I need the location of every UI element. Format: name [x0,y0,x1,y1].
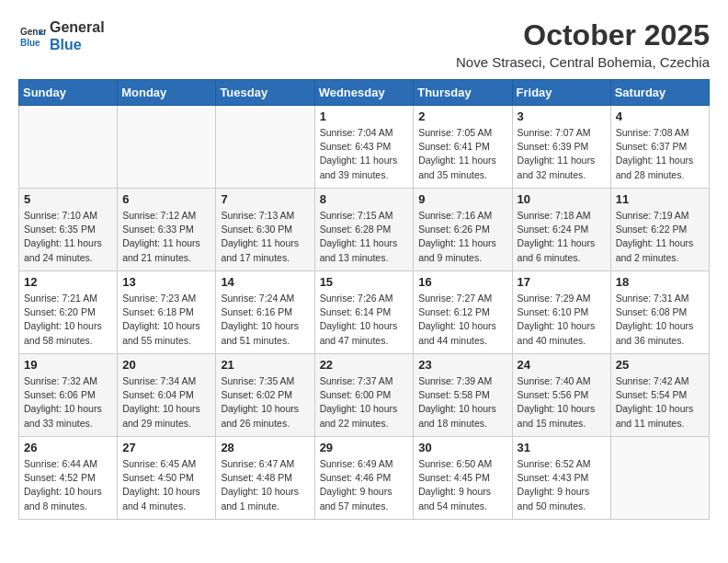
calendar-cell [118,106,216,189]
day-number: 25 [616,358,704,372]
day-info: Sunrise: 7:24 AM Sunset: 6:16 PM Dayligh… [221,292,309,348]
calendar-cell: 23Sunrise: 7:39 AM Sunset: 5:58 PM Dayli… [414,354,512,437]
day-header-sunday: Sunday [19,80,118,106]
calendar-cell: 5Sunrise: 7:10 AM Sunset: 6:35 PM Daylig… [19,189,118,271]
day-info: Sunrise: 7:27 AM Sunset: 6:12 PM Dayligh… [418,292,506,348]
day-info: Sunrise: 7:05 AM Sunset: 6:41 PM Dayligh… [418,126,506,182]
day-number: 10 [518,192,606,206]
day-info: Sunrise: 7:26 AM Sunset: 6:14 PM Dayligh… [320,292,409,348]
day-number: 15 [320,275,409,289]
calendar-cell: 3Sunrise: 7:07 AM Sunset: 6:39 PM Daylig… [512,106,610,189]
svg-text:Blue: Blue [20,38,40,48]
day-info: Sunrise: 7:29 AM Sunset: 6:10 PM Dayligh… [518,292,606,348]
day-number: 18 [616,275,704,289]
calendar-cell: 9Sunrise: 7:16 AM Sunset: 6:26 PM Daylig… [414,189,512,271]
day-header-friday: Friday [512,80,610,106]
day-number: 7 [221,192,309,206]
calendar-cell: 17Sunrise: 7:29 AM Sunset: 6:10 PM Dayli… [512,271,610,354]
calendar-cell: 19Sunrise: 7:32 AM Sunset: 6:06 PM Dayli… [19,354,118,437]
calendar-body: 1Sunrise: 7:04 AM Sunset: 6:43 PM Daylig… [19,106,710,520]
day-info: Sunrise: 7:15 AM Sunset: 6:28 PM Dayligh… [320,209,409,265]
calendar-cell [610,437,709,520]
logo-line1: General [50,18,105,36]
calendar-cell: 22Sunrise: 7:37 AM Sunset: 6:00 PM Dayli… [314,354,414,437]
calendar-cell: 12Sunrise: 7:21 AM Sunset: 6:20 PM Dayli… [19,271,118,354]
day-info: Sunrise: 7:32 AM Sunset: 6:06 PM Dayligh… [24,374,112,431]
day-info: Sunrise: 7:31 AM Sunset: 6:08 PM Dayligh… [616,292,704,348]
day-info: Sunrise: 6:52 AM Sunset: 4:43 PM Dayligh… [518,457,606,513]
day-info: Sunrise: 7:37 AM Sunset: 6:00 PM Dayligh… [320,374,409,431]
day-info: Sunrise: 7:13 AM Sunset: 6:30 PM Dayligh… [221,209,309,265]
calendar-table: SundayMondayTuesdayWednesdayThursdayFrid… [18,79,710,520]
week-row-4: 19Sunrise: 7:32 AM Sunset: 6:06 PM Dayli… [19,354,710,437]
day-header-saturday: Saturday [610,80,709,106]
day-number: 30 [418,441,506,454]
calendar-cell: 10Sunrise: 7:18 AM Sunset: 6:24 PM Dayli… [512,189,610,271]
week-row-1: 1Sunrise: 7:04 AM Sunset: 6:43 PM Daylig… [19,106,710,189]
week-row-3: 12Sunrise: 7:21 AM Sunset: 6:20 PM Dayli… [19,271,710,354]
calendar-cell: 31Sunrise: 6:52 AM Sunset: 4:43 PM Dayli… [512,437,610,520]
day-number: 11 [616,192,704,206]
day-info: Sunrise: 6:44 AM Sunset: 4:52 PM Dayligh… [24,457,112,513]
calendar-cell: 2Sunrise: 7:05 AM Sunset: 6:41 PM Daylig… [414,106,512,189]
day-number: 28 [221,441,309,454]
calendar-cell: 18Sunrise: 7:31 AM Sunset: 6:08 PM Dayli… [610,271,709,354]
day-info: Sunrise: 7:07 AM Sunset: 6:39 PM Dayligh… [518,126,606,182]
day-info: Sunrise: 7:34 AM Sunset: 6:04 PM Dayligh… [122,374,210,431]
day-info: Sunrise: 7:12 AM Sunset: 6:33 PM Dayligh… [122,209,210,265]
day-number: 24 [518,358,606,372]
calendar-cell: 16Sunrise: 7:27 AM Sunset: 6:12 PM Dayli… [414,271,512,354]
calendar-cell: 11Sunrise: 7:19 AM Sunset: 6:22 PM Dayli… [610,189,709,271]
calendar-cell [216,106,314,189]
title-block: October 2025 Nove Straseci, Central Bohe… [456,18,710,70]
calendar-cell [19,106,118,189]
day-number: 26 [24,441,112,454]
day-number: 20 [122,358,210,372]
day-info: Sunrise: 6:50 AM Sunset: 4:45 PM Dayligh… [418,457,506,513]
calendar-cell: 28Sunrise: 6:47 AM Sunset: 4:48 PM Dayli… [216,437,314,520]
calendar-cell: 4Sunrise: 7:08 AM Sunset: 6:37 PM Daylig… [610,106,709,189]
calendar-cell: 25Sunrise: 7:42 AM Sunset: 5:54 PM Dayli… [610,354,709,437]
calendar-cell: 7Sunrise: 7:13 AM Sunset: 6:30 PM Daylig… [216,189,314,271]
calendar-cell: 24Sunrise: 7:40 AM Sunset: 5:56 PM Dayli… [512,354,610,437]
month-title: October 2025 [456,18,710,52]
day-number: 2 [418,109,506,123]
calendar-cell: 21Sunrise: 7:35 AM Sunset: 6:02 PM Dayli… [216,354,314,437]
svg-text:General: General [20,27,46,37]
day-number: 14 [221,275,309,289]
logo: General Blue General Blue [18,18,105,53]
day-number: 23 [418,358,506,372]
day-number: 9 [418,192,506,206]
day-header-monday: Monday [118,80,216,106]
day-info: Sunrise: 7:19 AM Sunset: 6:22 PM Dayligh… [616,209,704,265]
calendar-cell: 6Sunrise: 7:12 AM Sunset: 6:33 PM Daylig… [118,189,216,271]
day-info: Sunrise: 7:42 AM Sunset: 5:54 PM Dayligh… [616,374,704,431]
day-number: 8 [320,192,409,206]
day-info: Sunrise: 7:23 AM Sunset: 6:18 PM Dayligh… [122,292,210,348]
calendar-cell: 1Sunrise: 7:04 AM Sunset: 6:43 PM Daylig… [314,106,414,189]
day-info: Sunrise: 7:04 AM Sunset: 6:43 PM Dayligh… [320,126,409,182]
day-header-tuesday: Tuesday [216,80,314,106]
calendar-cell: 30Sunrise: 6:50 AM Sunset: 4:45 PM Dayli… [414,437,512,520]
calendar-cell: 15Sunrise: 7:26 AM Sunset: 6:14 PM Dayli… [314,271,414,354]
calendar-cell: 8Sunrise: 7:15 AM Sunset: 6:28 PM Daylig… [314,189,414,271]
day-number: 21 [221,358,309,372]
day-info: Sunrise: 7:16 AM Sunset: 6:26 PM Dayligh… [418,209,506,265]
calendar-cell: 26Sunrise: 6:44 AM Sunset: 4:52 PM Dayli… [19,437,118,520]
day-info: Sunrise: 6:49 AM Sunset: 4:46 PM Dayligh… [320,457,409,513]
calendar-cell: 29Sunrise: 6:49 AM Sunset: 4:46 PM Dayli… [314,437,414,520]
page-header: General Blue General Blue October 2025 N… [18,18,710,70]
logo-line2: Blue [50,36,105,53]
day-info: Sunrise: 7:39 AM Sunset: 5:58 PM Dayligh… [418,374,506,431]
day-info: Sunrise: 7:21 AM Sunset: 6:20 PM Dayligh… [24,292,112,348]
day-number: 3 [518,109,606,123]
day-info: Sunrise: 6:47 AM Sunset: 4:48 PM Dayligh… [221,457,309,513]
day-info: Sunrise: 7:40 AM Sunset: 5:56 PM Dayligh… [518,374,606,431]
day-number: 13 [122,275,210,289]
location: Nove Straseci, Central Bohemia, Czechia [456,54,710,70]
day-number: 19 [24,358,112,372]
day-number: 4 [616,109,704,123]
day-info: Sunrise: 7:18 AM Sunset: 6:24 PM Dayligh… [518,209,606,265]
day-number: 12 [24,275,112,289]
day-number: 5 [24,192,112,206]
